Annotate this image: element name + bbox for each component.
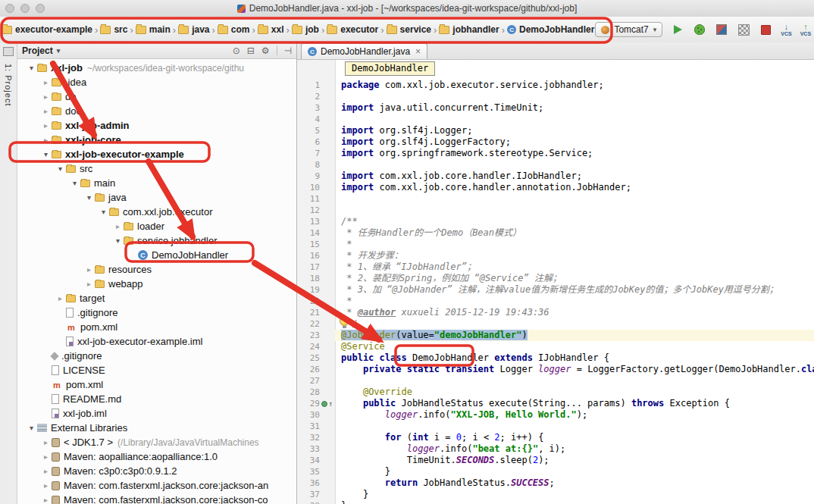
project-view-select[interactable]: Project ▾ [22, 45, 60, 56]
tree-item-maven-com-fasterxml-jackson-core-jackson-co[interactable]: ▸Maven: com.fasterxml.jackson.core:jacks… [17, 493, 296, 504]
code-text[interactable]: private static transient Logger logger =… [335, 364, 814, 375]
code-text[interactable] [335, 193, 814, 205]
expanded-arrow-icon[interactable]: ▾ [99, 208, 108, 216]
tree-item-demojobhandler[interactable]: CDemoJobHandler [17, 248, 296, 262]
code-text[interactable]: } [335, 489, 814, 500]
breadcrumb-item-service[interactable]: service [386, 23, 432, 36]
tree-item-maven-com-fasterxml-jackson-core-jackson-an[interactable]: ▸Maven: com.fasterxml.jackson.core:jacks… [17, 478, 296, 493]
vcs-commit-button[interactable]: ↑ VCS [800, 23, 811, 36]
code-text[interactable]: import com.xxl.job.core.handler.annotati… [335, 182, 814, 193]
expanded-arrow-icon[interactable]: ▾ [27, 424, 36, 432]
code-text[interactable]: } [335, 500, 814, 504]
code-text[interactable]: * [335, 296, 814, 307]
tool-window-switcher-icon[interactable] [3, 47, 14, 56]
tree-item-pom-xml[interactable]: mpom.xml [17, 377, 296, 392]
editor-tab-demojobhandler[interactable]: C DemoJobHandler.java × [301, 43, 427, 59]
code-text[interactable]: TimeUnit.SECONDS.sleep(2); [335, 455, 814, 466]
code-text[interactable]: @JobHander(value="demoJobHandler") [335, 330, 814, 341]
tree-item-main[interactable]: ▾main [17, 176, 296, 190]
code-text[interactable]: /** [335, 216, 814, 227]
breadcrumb-item-jobhandler[interactable]: jobhandler [438, 23, 499, 36]
code-text[interactable]: * 任务Handler的一个Demo（Bean模式） [335, 227, 814, 239]
breadcrumb-item-com[interactable]: com [217, 23, 251, 36]
tree-item-doc[interactable]: ▸doc [17, 104, 296, 118]
collapsed-arrow-icon[interactable]: ▸ [41, 92, 51, 101]
collapsed-arrow-icon[interactable]: ▸ [41, 136, 51, 144]
tree-item-gitignore[interactable]: .gitignore [17, 349, 296, 363]
tree-item-com-xxl-job-executor[interactable]: ▾com.xxl.job.executor [17, 205, 296, 219]
code-text[interactable] [335, 91, 814, 102]
breadcrumb-item-job[interactable]: job [291, 23, 320, 36]
code-text[interactable]: */ [335, 318, 814, 330]
collapsed-arrow-icon[interactable]: ▸ [41, 452, 51, 461]
tree-item-xxl-job-core[interactable]: ▸xxl-job-core [17, 133, 296, 147]
collapsed-arrow-icon[interactable]: ▸ [41, 78, 51, 86]
expanded-arrow-icon[interactable]: ▾ [113, 236, 123, 245]
tree-item-license[interactable]: LICENSE [17, 363, 296, 377]
breadcrumb-item-main[interactable]: main [135, 23, 171, 36]
code-text[interactable]: return JobHandleStatus.SUCCESS; [335, 477, 814, 489]
code-text[interactable]: * 1、继承 “IJobHandler”； [335, 261, 814, 273]
code-editor[interactable]: 1package com.xxl.job.executor.service.jo… [297, 60, 814, 504]
collapsed-arrow-icon[interactable]: ▸ [41, 467, 51, 475]
code-text[interactable] [335, 375, 814, 387]
breadcrumb-item-src[interactable]: src [99, 23, 128, 36]
breadcrumb-item-executor[interactable]: executor [326, 23, 379, 36]
code-text[interactable]: for (int i = 0; i < 2; i++) { [335, 432, 814, 443]
tree-item-idea[interactable]: ▸.idea [17, 75, 296, 89]
tree-item-service-jobhandler[interactable]: ▾service.jobhandler [17, 233, 296, 248]
code-text[interactable]: logger.info("beat at:{}", i); [335, 443, 814, 455]
collapsed-arrow-icon[interactable]: ▸ [113, 222, 123, 230]
tree-item-readme-md[interactable]: README.md [17, 392, 296, 406]
code-text[interactable]: * 3、加 “@JobHander” 注解，注解value值为新增任务生成的Jo… [335, 284, 814, 296]
code-text[interactable]: import org.slf4j.Logger; [335, 125, 814, 136]
collapsed-arrow-icon[interactable]: ▸ [41, 121, 51, 130]
hide-panel-icon[interactable]: ⊣ [284, 45, 292, 56]
code-text[interactable] [335, 205, 814, 216]
coverage-button[interactable] [715, 23, 728, 36]
tool-window-button-project[interactable]: 1: Project [4, 64, 13, 106]
code-text[interactable] [335, 159, 814, 171]
tree-item-xxl-job[interactable]: ▾xxl-job~/workspaces/idea-git-workspace/… [17, 61, 296, 75]
code-text[interactable]: import org.slf4j.LoggerFactory; [335, 136, 814, 148]
code-text[interactable]: * [335, 239, 814, 250]
profiler-button[interactable] [737, 23, 750, 36]
expanded-arrow-icon[interactable]: ▾ [70, 179, 80, 187]
tree-item-xxl-job-executor-example[interactable]: ▾xxl-job-executor-example [17, 147, 296, 161]
collapsed-arrow-icon[interactable]: ▸ [55, 294, 65, 302]
vcs-update-button[interactable]: ↓ VCS [781, 23, 791, 36]
breadcrumb-item-java[interactable]: java [177, 23, 210, 36]
code-text[interactable]: @Override [335, 387, 814, 398]
scroll-to-source-icon[interactable]: ⊙ [233, 45, 240, 56]
code-text[interactable]: package com.xxl.job.executor.service.job… [335, 80, 814, 91]
code-text[interactable]: import com.xxl.job.core.handler.IJobHand… [335, 171, 814, 182]
tree-item-maven-c3p0-c3p0-0-9-1-2[interactable]: ▸Maven: c3p0:c3p0:0.9.1.2 [17, 464, 296, 478]
tree-item-maven-aopalliance-aopalliance-1-0[interactable]: ▸Maven: aopalliance:aopalliance:1.0 [17, 449, 296, 464]
code-text[interactable]: public JobHandleStatus execute(String...… [335, 398, 814, 409]
code-text[interactable]: import java.util.concurrent.TimeUnit; [335, 102, 814, 114]
code-text[interactable]: import org.springframework.stereotype.Se… [335, 148, 814, 159]
collapsed-arrow-icon[interactable]: ▸ [41, 107, 51, 115]
collapsed-arrow-icon[interactable]: ▸ [84, 280, 94, 288]
breadcrumb-item-xxl[interactable]: xxl [257, 23, 285, 36]
intention-lightbulb-icon[interactable] [340, 316, 349, 326]
tree-item-webapp[interactable]: ▸webapp [17, 277, 296, 291]
code-text[interactable]: * 开发步骤： [335, 250, 814, 261]
collapse-all-icon[interactable]: ⊟ [247, 45, 255, 56]
debug-button[interactable] [693, 23, 706, 36]
expanded-arrow-icon[interactable]: ▾ [41, 150, 51, 158]
tree-item-resources[interactable]: ▸resources [17, 262, 296, 277]
collapsed-arrow-icon[interactable]: ▸ [41, 438, 51, 446]
override-arrow-icon[interactable]: ↑ [328, 400, 333, 408]
code-text[interactable] [335, 421, 814, 432]
tree-item-db[interactable]: ▸db [17, 89, 296, 104]
run-button[interactable] [671, 23, 684, 36]
expanded-arrow-icon[interactable]: ▾ [27, 64, 36, 72]
code-text[interactable]: logger.info("XXL-JOB, Hello World."); [335, 409, 814, 421]
code-text[interactable]: } [335, 466, 814, 477]
tab-close-icon[interactable]: × [414, 46, 421, 57]
expanded-arrow-icon[interactable]: ▾ [84, 193, 94, 202]
tree-item-target[interactable]: ▸target [17, 291, 296, 305]
tree-item-src[interactable]: ▾src [17, 161, 296, 176]
tree-item-gitignore[interactable]: .gitignore [17, 305, 296, 320]
